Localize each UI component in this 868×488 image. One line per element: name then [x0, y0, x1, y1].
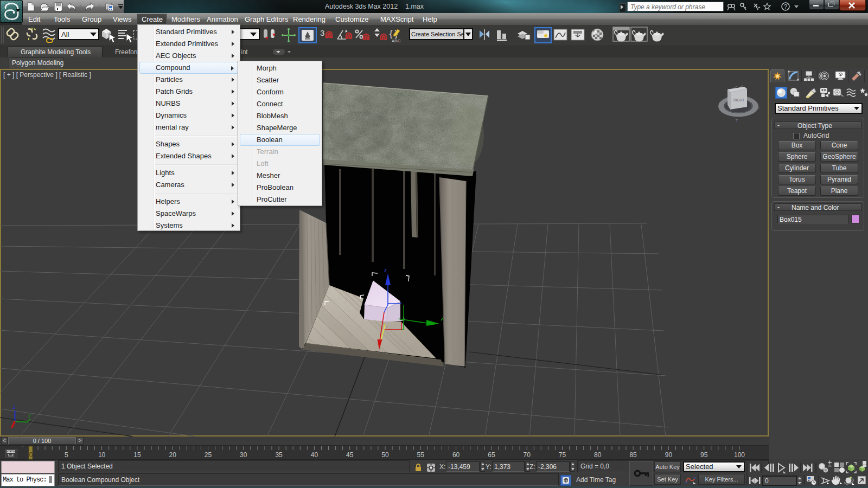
svg-text:15: 15	[133, 451, 141, 459]
svg-text:ABC: ABC	[392, 38, 401, 43]
svg-text:T: T	[736, 119, 738, 123]
svg-text:85: 85	[629, 451, 637, 459]
svg-text:80: 80	[594, 451, 602, 459]
svg-text:5: 5	[65, 451, 68, 459]
svg-text:30: 30	[240, 451, 247, 459]
svg-text:65: 65	[488, 451, 495, 459]
svg-text:z: z	[13, 404, 16, 410]
svg-text:0: 0	[765, 477, 769, 485]
svg-text:3: 3	[320, 28, 324, 37]
svg-text:50: 50	[381, 451, 389, 459]
svg-text:z: z	[384, 267, 387, 273]
svg-text:55: 55	[417, 451, 425, 459]
svg-text:90: 90	[665, 451, 673, 459]
svg-text:25: 25	[205, 451, 212, 459]
svg-text:Create Selection Se: Create Selection Se	[411, 31, 464, 37]
svg-text:y: y	[28, 412, 31, 418]
svg-text:70: 70	[524, 451, 531, 459]
svg-text:0: 0	[29, 451, 33, 459]
svg-text:35: 35	[275, 451, 283, 459]
svg-text:95: 95	[700, 451, 708, 459]
svg-text:All: All	[61, 30, 69, 38]
svg-text:RIGHT: RIGHT	[733, 98, 744, 102]
svg-text:60: 60	[452, 451, 460, 459]
svg-text:100: 100	[734, 451, 745, 459]
svg-text:40: 40	[311, 451, 318, 459]
svg-text:20: 20	[169, 451, 177, 459]
svg-text:45: 45	[346, 451, 354, 459]
svg-text:75: 75	[559, 451, 566, 459]
svg-text:10: 10	[98, 451, 106, 459]
svg-text:E: E	[757, 105, 760, 109]
svg-text:?: ?	[784, 3, 787, 10]
svg-text:S: S	[719, 102, 722, 106]
